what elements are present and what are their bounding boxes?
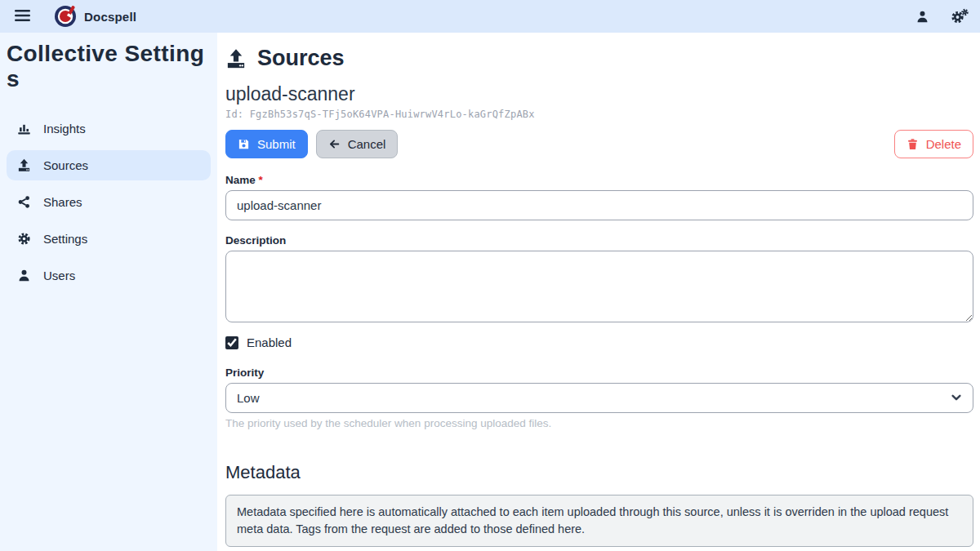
sidebar-item-label: Sources <box>43 158 88 172</box>
source-name: upload-scanner <box>225 83 973 105</box>
cancel-button-label: Cancel <box>348 137 386 151</box>
upload-icon <box>225 48 247 69</box>
metadata-info-box: Metadata specified here is automatically… <box>225 495 973 547</box>
user-icon <box>17 269 31 282</box>
priority-select[interactable]: Low <box>225 383 973 413</box>
page-title-text: Sources <box>257 46 345 71</box>
page-title: Sources <box>225 46 973 71</box>
description-textarea[interactable] <box>225 251 973 322</box>
metadata-heading: Metadata <box>225 462 973 483</box>
gear-icon <box>17 232 31 246</box>
delete-button[interactable]: Delete <box>894 130 973 158</box>
description-label: Description <box>225 234 973 247</box>
submit-button-label: Submit <box>257 137 296 151</box>
source-id: Id: FgzBh53s7qS-TFj5oK64VPA-HuiwrwV4rLo-… <box>225 109 973 120</box>
sidebar: Collective Settings Insights Sources Sha… <box>0 33 217 551</box>
enabled-checkbox-row: Enabled <box>225 335 973 349</box>
top-navbar: Docspell <box>0 0 980 33</box>
sidebar-title: Collective Settings <box>7 39 212 92</box>
delete-button-label: Delete <box>926 137 961 151</box>
bar-chart-icon <box>17 122 31 136</box>
sidebar-item-label: Shares <box>43 195 82 209</box>
menu-toggle-button[interactable] <box>11 6 33 27</box>
arrow-left-icon <box>328 138 341 150</box>
sidebar-item-users[interactable]: Users <box>7 260 211 291</box>
user-menu-icon[interactable] <box>913 7 931 25</box>
sidebar-item-label: Settings <box>43 232 87 246</box>
cancel-button[interactable]: Cancel <box>316 130 399 158</box>
upload-icon <box>17 158 31 172</box>
sidebar-item-sources[interactable]: Sources <box>7 150 211 180</box>
priority-label: Priority <box>225 367 973 379</box>
sidebar-item-shares[interactable]: Shares <box>7 187 211 217</box>
hamburger-icon <box>15 9 30 24</box>
action-button-row: Submit Cancel Delete <box>225 130 973 158</box>
enabled-label: Enabled <box>247 335 292 349</box>
name-input[interactable] <box>225 190 973 220</box>
brand-title: Docspell <box>84 10 136 24</box>
trash-icon <box>906 138 919 150</box>
name-label: Name * <box>225 174 973 186</box>
gears-menu-icon[interactable] <box>951 7 969 25</box>
required-marker: * <box>259 174 263 186</box>
enabled-checkbox[interactable] <box>225 336 238 349</box>
sidebar-nav: Insights Sources Shares Settings Users <box>7 113 211 291</box>
sidebar-item-insights[interactable]: Insights <box>7 113 211 144</box>
sidebar-item-label: Users <box>43 269 75 282</box>
docspell-logo-icon <box>54 5 77 28</box>
sidebar-item-label: Insights <box>43 122 86 136</box>
share-icon <box>17 195 31 209</box>
main-content: Sources upload-scanner Id: FgzBh53s7qS-T… <box>217 33 980 551</box>
sidebar-item-settings[interactable]: Settings <box>7 224 211 254</box>
submit-button[interactable]: Submit <box>225 130 308 158</box>
priority-hint: The priority used by the scheduler when … <box>225 417 973 429</box>
priority-select-wrap: Low <box>225 379 973 413</box>
save-icon <box>238 138 250 150</box>
